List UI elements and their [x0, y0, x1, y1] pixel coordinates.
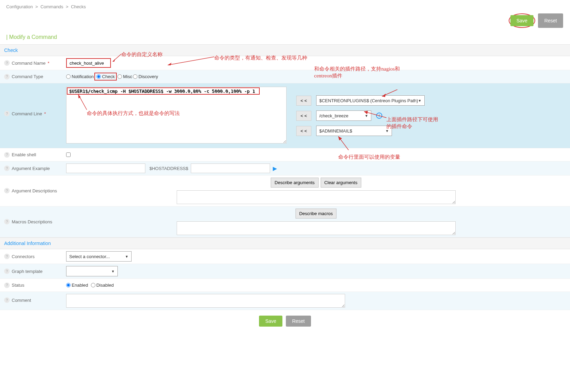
label-argument-example: Argument Example — [12, 166, 50, 171]
plugin-cmd-select[interactable]: /check_breeze▼ — [316, 110, 371, 121]
page-title: | Modify a Command — [0, 31, 570, 44]
radio-notification[interactable]: Notification — [66, 74, 94, 79]
label-status: Status — [12, 283, 24, 288]
radio-disabled[interactable]: Disabled — [91, 283, 114, 288]
help-icon[interactable]: ? — [4, 219, 10, 224]
label-connectors: Connectors — [12, 254, 34, 259]
describe-arguments-button[interactable]: Describe arguments — [271, 178, 318, 188]
chevron-down-icon: ▼ — [125, 255, 128, 258]
help-icon[interactable]: ? — [4, 74, 10, 80]
row-macros-descriptions: ? Macros Descriptions Describe macros — [0, 206, 570, 237]
enable-shell-checkbox[interactable] — [66, 152, 71, 157]
svg-line-2 — [168, 57, 214, 65]
help-icon[interactable]: ? — [4, 297, 10, 303]
argument-example-input-2[interactable] — [191, 163, 270, 173]
hostaddress-macro-label: $HOSTADDRESS$ — [148, 166, 188, 171]
reset-button-bottom[interactable]: Reset — [286, 316, 311, 327]
reset-button[interactable]: Reset — [538, 13, 563, 28]
help-icon[interactable]: ? — [4, 60, 10, 66]
chevron-down-icon: ▼ — [418, 99, 422, 103]
row-command-line: ? Command Line * $USER1$/check_icmp -H $… — [0, 83, 570, 148]
command-line-textarea[interactable] — [66, 87, 287, 144]
connectors-select[interactable]: Select a connector...▼ — [66, 251, 132, 262]
clear-arguments-button[interactable]: Clear arguments — [321, 178, 361, 188]
radio-discovery[interactable]: Discovery — [133, 74, 158, 79]
save-button-bottom[interactable]: Save — [259, 316, 282, 327]
insert-variable-button[interactable]: < < — [296, 126, 311, 136]
label-graph-template: Graph template — [12, 269, 43, 274]
argument-descriptions-textarea[interactable] — [177, 190, 456, 204]
svg-line-10 — [338, 136, 349, 150]
radio-check[interactable]: Check — [94, 73, 117, 81]
chevron-down-icon: ▼ — [385, 129, 389, 133]
label-argument-descriptions: Argument Descriptions — [12, 188, 57, 193]
svg-marker-11 — [338, 136, 342, 140]
row-status: ? Status Enabled Disabled — [0, 279, 570, 292]
chevron-down-icon: ▼ — [111, 269, 115, 273]
command-name-input[interactable] — [66, 58, 111, 68]
breadcrumb-item[interactable]: Configuration — [6, 4, 33, 9]
save-button[interactable]: Save — [510, 15, 534, 26]
argument-example-input[interactable] — [66, 163, 145, 173]
row-argument-descriptions: ? Argument Descriptions Describe argumen… — [0, 176, 570, 206]
breadcrumb-item[interactable]: Checks — [71, 4, 86, 9]
help-icon[interactable]: ? — [4, 111, 10, 116]
help-icon[interactable]: ? — [4, 152, 10, 158]
info-icon[interactable]: i — [376, 113, 382, 119]
svg-marker-3 — [168, 63, 172, 65]
radio-enabled[interactable]: Enabled — [66, 283, 88, 288]
label-command-line: Command Line — [12, 111, 42, 116]
macros-descriptions-textarea[interactable] — [177, 221, 456, 235]
help-icon[interactable]: ? — [4, 254, 10, 259]
label-command-name: Command Name — [12, 61, 45, 66]
label-enable-shell: Enable shell — [12, 152, 36, 157]
row-command-type: ? Command Type Notification Check Misc D… — [0, 70, 570, 83]
label-comment: Comment — [12, 298, 31, 303]
row-connectors: ? Connectors Select a connector...▼ — [0, 249, 570, 264]
annotation-variables: 命令行里面可以使用的变量 — [338, 154, 400, 160]
describe-macros-button[interactable]: Describe macros — [296, 209, 337, 219]
save-highlight-circle: Save — [509, 13, 536, 28]
breadcrumb: Configuration > Commands > Checks — [0, 0, 570, 13]
variable-select[interactable]: $ADMINEMAIL$▼ — [316, 126, 392, 136]
row-comment: ? Comment — [0, 292, 570, 310]
comment-textarea[interactable] — [66, 294, 345, 308]
required-marker: * — [44, 111, 46, 116]
plugin-path-select[interactable]: $CENTREONPLUGINS$ (Centreon Plugins Path… — [316, 95, 425, 106]
radio-misc[interactable]: Misc — [117, 74, 132, 79]
help-icon[interactable]: ? — [4, 188, 10, 193]
insert-plugin-cmd-button[interactable]: < < — [296, 111, 311, 121]
row-graph-template: ? Graph template ▼ — [0, 264, 570, 279]
breadcrumb-item[interactable]: Commands — [40, 4, 63, 9]
help-icon[interactable]: ? — [4, 283, 10, 288]
row-command-name: ? Command Name * 命令的自定义名称 命令的类型，有通知、检查、发… — [0, 56, 570, 70]
play-icon[interactable]: ▶ — [273, 165, 277, 172]
svg-marker-1 — [113, 59, 115, 62]
annotation-plugin-path-b: centreon插件 — [314, 73, 342, 79]
label-command-type: Command Type — [12, 74, 43, 79]
chevron-down-icon: ▼ — [365, 114, 368, 118]
label-macros-descriptions: Macros Descriptions — [12, 219, 52, 224]
help-icon[interactable]: ? — [4, 166, 10, 171]
required-marker: * — [48, 61, 49, 66]
section-check: Check — [0, 44, 570, 56]
row-enable-shell: ? Enable shell 命令行里面可以使用的变量 — [0, 148, 570, 161]
row-argument-example: ? Argument Example $HOSTADDRESS$ ▶ — [0, 161, 570, 176]
insert-plugin-path-button[interactable]: < < — [296, 96, 311, 106]
help-icon[interactable]: ? — [4, 268, 10, 274]
section-additional: Additional Information — [0, 237, 570, 249]
graph-template-select[interactable]: ▼ — [66, 266, 118, 276]
